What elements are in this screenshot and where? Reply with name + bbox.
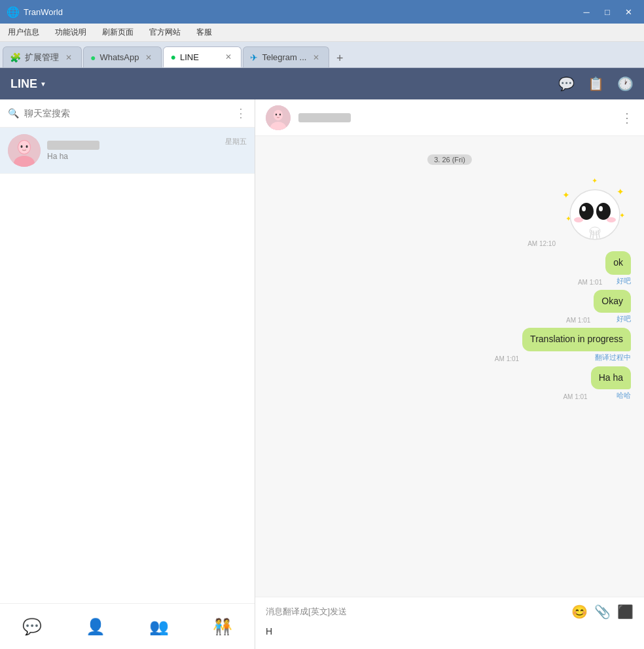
sticker-image: ✦ ✦ ✦ ✦ ✦: [559, 175, 631, 247]
msg-okay-time: AM 1:01: [566, 317, 590, 324]
chat-item[interactable]: Ha ha 星期五: [0, 128, 255, 174]
line-logo[interactable]: LINE ▼: [10, 77, 46, 91]
input-label: 消息翻译成[英文]发送: [266, 606, 565, 618]
extensions-tab-icon: 🧩: [10, 52, 21, 63]
whatsapp-tab-label: WhatsApp: [99, 52, 139, 62]
close-button[interactable]: ✕: [619, 5, 637, 18]
tab-extensions[interactable]: 🧩 扩展管理 ✕: [3, 46, 82, 67]
msg-ok-translation: 好吧: [617, 276, 631, 286]
message-translation-progress: AM 1:01 Translation in progress 翻译过程中: [268, 328, 631, 362]
menu-item-support[interactable]: 客服: [194, 26, 215, 39]
chat-name: [47, 141, 219, 150]
tab-telegram[interactable]: ✈ Telegram ... ✕: [243, 46, 329, 67]
svg-point-17: [579, 203, 594, 220]
svg-point-10: [279, 113, 281, 115]
line-logo-text: LINE: [10, 77, 37, 91]
extensions-tab-close[interactable]: ✕: [63, 52, 75, 63]
chat-info: Ha ha: [47, 141, 219, 161]
telegram-tab-close[interactable]: ✕: [310, 52, 322, 63]
tab-whatsapp[interactable]: ● WhatsApp ✕: [83, 46, 162, 67]
whatsapp-tab-icon: ●: [90, 52, 96, 63]
telegram-tab-icon: ✈: [250, 52, 258, 63]
nav-groups-icon[interactable]: 👥: [143, 611, 175, 642]
title-bar: 🌐 TranWorld ─ □ ✕: [0, 0, 644, 24]
msg-okay-col: Okay 好吧: [594, 290, 631, 324]
chat-header: ⋮: [255, 99, 644, 136]
chat-name-blurred: [47, 141, 99, 150]
chat-header-avatar: [266, 105, 291, 130]
sidebar-more-icon[interactable]: ⋮: [235, 106, 247, 120]
bottom-nav: 💬 👤 👥 🧑‍🤝‍🧑: [0, 603, 255, 649]
msg-tip-translation: 翻译过程中: [595, 353, 631, 362]
menu-item-userinfo[interactable]: 用户信息: [5, 26, 42, 39]
telegram-tab-label: Telegram ...: [262, 52, 306, 62]
nav-contacts-icon[interactable]: 👤: [79, 611, 112, 642]
minimize-button[interactable]: ─: [577, 5, 596, 18]
msg-tip-col: Translation in progress 翻译过程中: [522, 328, 631, 362]
msg-ok-bubble: ok: [605, 251, 631, 275]
svg-point-22: [607, 217, 616, 222]
line-history-icon[interactable]: 🕐: [617, 76, 634, 92]
msg-ok-col: ok 好吧: [605, 251, 631, 286]
message-ok: AM 1:01 ok 好吧: [268, 251, 631, 286]
tab-add-button[interactable]: +: [331, 49, 349, 67]
extensions-tab-label: 扩展管理: [25, 52, 59, 63]
menu-item-website[interactable]: 官方网站: [147, 26, 183, 39]
msg-haha-col: Ha ha 哈哈: [591, 366, 631, 401]
input-text-area[interactable]: H: [266, 625, 634, 638]
msg-ok-time: AM 1:01: [578, 279, 602, 286]
svg-point-7: [274, 110, 283, 120]
avatar: [8, 134, 41, 167]
svg-text:✦: ✦: [562, 190, 570, 200]
svg-point-20: [599, 206, 603, 211]
search-input[interactable]: [24, 108, 230, 118]
input-area: 消息翻译成[英文]发送 😊 📎 ⬛ H: [255, 597, 644, 649]
chat-header-name-blurred: [298, 113, 351, 122]
message-sticker: AM 12:10 ✦ ✦ ✦ ✦ ✦: [268, 175, 631, 247]
attach-icon[interactable]: 📎: [594, 604, 611, 620]
line-tab-label: LINE: [180, 52, 199, 62]
search-bar: 🔍 ⋮: [0, 99, 255, 128]
line-tab-close[interactable]: ✕: [223, 51, 234, 63]
app-icon: 🌐: [7, 6, 20, 18]
svg-point-5: [26, 145, 28, 148]
svg-line-25: [593, 231, 594, 239]
nav-chat-icon[interactable]: 💬: [16, 611, 48, 642]
chat-time: 星期五: [225, 137, 247, 147]
svg-point-4: [21, 145, 23, 148]
date-label: 3. 26 (Fri): [427, 154, 472, 165]
svg-point-18: [596, 203, 611, 220]
nav-add-friend-icon[interactable]: 🧑‍🤝‍🧑: [206, 611, 239, 642]
sticker-time: AM 12:10: [528, 240, 556, 247]
input-top: 消息翻译成[英文]发送 😊 📎 ⬛: [266, 604, 634, 620]
line-chat-icon[interactable]: 💬: [558, 76, 575, 92]
main-content: 🔍 ⋮: [0, 99, 644, 649]
emoji-icon[interactable]: 😊: [571, 604, 588, 620]
chat-panel: ⋮ 3. 26 (Fri) AM 12:10 ✦ ✦ ✦ ✦ ✦: [255, 99, 644, 649]
tab-line[interactable]: ● LINE ✕: [163, 46, 241, 67]
svg-text:✦: ✦: [592, 177, 598, 184]
msg-haha-bubble: Ha ha: [591, 366, 631, 390]
svg-point-9: [276, 113, 277, 115]
tabs-bar: 🧩 扩展管理 ✕ ● WhatsApp ✕ ● LINE ✕ ✈ Telegra…: [0, 42, 644, 68]
msg-okay-translation: 好吧: [617, 314, 631, 324]
maximize-button[interactable]: □: [598, 5, 617, 18]
chat-preview: Ha ha: [47, 152, 219, 161]
msg-haha-translation: 哈哈: [617, 391, 631, 400]
svg-line-26: [596, 231, 597, 239]
msg-haha-time: AM 1:01: [563, 393, 587, 400]
msg-okay-bubble: Okay: [594, 290, 631, 313]
messages-area[interactable]: 3. 26 (Fri) AM 12:10 ✦ ✦ ✦ ✦ ✦: [255, 136, 644, 597]
message-okay: AM 1:01 Okay 好吧: [268, 290, 631, 324]
search-icon: 🔍: [8, 108, 19, 118]
line-notes-icon[interactable]: 📋: [588, 76, 604, 92]
line-tab-icon: ●: [170, 52, 175, 62]
whatsapp-tab-close[interactable]: ✕: [143, 52, 154, 63]
window-controls: ─ □ ✕: [577, 5, 637, 18]
menu-item-features[interactable]: 功能说明: [52, 26, 89, 39]
chat-header-more[interactable]: ⋮: [620, 110, 634, 126]
send-icon[interactable]: ⬛: [617, 604, 634, 620]
date-divider: 3. 26 (Fri): [268, 153, 631, 165]
msg-tip-time: AM 1:01: [495, 355, 519, 362]
menu-item-refresh[interactable]: 刷新页面: [99, 26, 136, 39]
